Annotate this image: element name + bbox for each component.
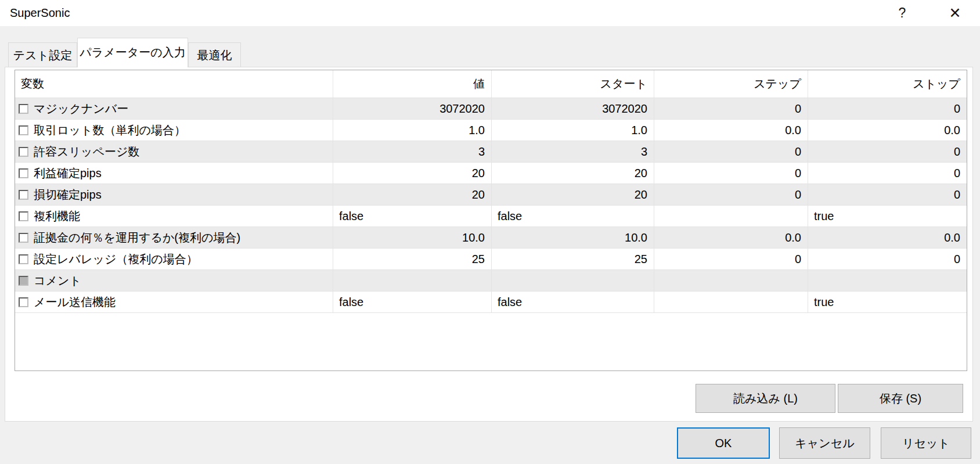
optimize-checkbox[interactable]: [19, 104, 28, 114]
column-header-variable[interactable]: 変数: [15, 70, 333, 98]
variable-cell: 許容スリッページ数: [15, 141, 333, 162]
variable-cell: 証拠金の何％を運用するか(複利の場合): [15, 227, 333, 248]
step-cell[interactable]: 0: [654, 98, 808, 119]
optimize-checkbox[interactable]: [19, 190, 28, 200]
stop-cell[interactable]: 0: [808, 141, 967, 162]
variable-label: 証拠金の何％を運用するか(複利の場合): [34, 227, 240, 248]
tab-test-settings[interactable]: テスト設定: [8, 42, 77, 67]
title-bar: SuperSonic ? ✕: [0, 0, 980, 26]
tab-optimization[interactable]: 最適化: [188, 42, 241, 67]
step-cell[interactable]: 0: [654, 141, 808, 162]
start-cell[interactable]: 10.0: [491, 227, 654, 248]
variable-cell: 取引ロット数（単利の場合）: [15, 120, 333, 141]
optimize-checkbox[interactable]: [19, 254, 28, 264]
variable-label: コメント: [34, 270, 81, 291]
start-cell[interactable]: false: [491, 206, 654, 226]
ok-button[interactable]: OK: [677, 427, 770, 459]
step-cell[interactable]: 0: [654, 184, 808, 205]
value-cell[interactable]: 20: [333, 184, 491, 205]
table-row[interactable]: 利益確定pips202000: [15, 163, 967, 184]
step-cell[interactable]: 0.0: [654, 227, 808, 248]
value-cell[interactable]: false: [333, 206, 491, 226]
stop-cell[interactable]: 0: [808, 98, 967, 119]
help-icon[interactable]: ?: [885, 0, 920, 26]
start-cell[interactable]: false: [491, 292, 654, 312]
table-row[interactable]: 損切確定pips202000: [15, 184, 967, 206]
optimize-checkbox[interactable]: [19, 276, 28, 286]
cancel-button[interactable]: キャンセル: [779, 427, 870, 459]
optimize-checkbox[interactable]: [19, 233, 28, 243]
load-button[interactable]: 読み込み (L): [696, 384, 835, 413]
variable-cell: コメント: [15, 270, 333, 291]
variable-label: 取引ロット数（単利の場合）: [34, 120, 186, 141]
optimize-checkbox[interactable]: [19, 168, 28, 178]
value-cell[interactable]: 3072020: [333, 98, 491, 119]
start-cell[interactable]: 20: [491, 163, 654, 184]
stop-cell[interactable]: 0.0: [808, 120, 967, 141]
close-icon[interactable]: ✕: [938, 0, 972, 26]
start-cell[interactable]: 3072020: [491, 98, 654, 119]
table-header-row: 変数 値 スタート ステップ ストップ: [15, 70, 967, 98]
table-row[interactable]: 設定レバレッジ（複利の場合）252500: [15, 249, 967, 270]
stop-cell[interactable]: 0: [808, 163, 967, 184]
variable-cell: メール送信機能: [15, 292, 333, 312]
optimize-checkbox[interactable]: [19, 147, 28, 157]
value-cell[interactable]: 10.0: [333, 227, 491, 248]
stop-cell[interactable]: true: [808, 206, 967, 226]
table-row[interactable]: 複利機能falsefalsetrue: [15, 206, 967, 227]
table-row[interactable]: メール送信機能falsefalsetrue: [15, 292, 967, 313]
optimize-checkbox[interactable]: [19, 297, 28, 307]
step-cell[interactable]: [654, 270, 808, 291]
variable-cell: 損切確定pips: [15, 184, 333, 205]
table-row[interactable]: 証拠金の何％を運用するか(複利の場合)10.010.00.00.0: [15, 227, 967, 249]
tab-parameter-input[interactable]: パラメーターの入力: [77, 38, 188, 67]
table-row[interactable]: コメント: [15, 270, 967, 292]
variable-cell: 利益確定pips: [15, 163, 333, 184]
expert-properties-dialog: SuperSonic ? ✕ テスト設定 パラメーターの入力 最適化 変数 値 …: [0, 0, 980, 464]
column-header-stop[interactable]: ストップ: [808, 70, 967, 98]
variable-cell: 複利機能: [15, 206, 333, 226]
variable-label: 許容スリッページ数: [34, 141, 139, 162]
reset-button[interactable]: リセット: [881, 427, 971, 459]
stop-cell[interactable]: 0: [808, 184, 967, 205]
step-cell[interactable]: 0: [654, 163, 808, 184]
stop-cell[interactable]: [808, 270, 967, 291]
table-row[interactable]: 許容スリッページ数3300: [15, 141, 967, 163]
variable-label: 利益確定pips: [34, 163, 102, 184]
column-header-step[interactable]: ステップ: [654, 70, 808, 98]
value-cell[interactable]: 20: [333, 163, 491, 184]
variable-cell: マジックナンバー: [15, 98, 333, 119]
step-cell[interactable]: [654, 206, 808, 226]
step-cell[interactable]: 0.0: [654, 120, 808, 141]
variable-label: 設定レバレッジ（複利の場合）: [34, 249, 198, 269]
save-button[interactable]: 保存 (S): [838, 384, 963, 413]
variable-label: マジックナンバー: [34, 98, 128, 119]
value-cell[interactable]: false: [333, 292, 491, 312]
step-cell[interactable]: [654, 292, 808, 312]
stop-cell[interactable]: 0.0: [808, 227, 967, 248]
start-cell[interactable]: 3: [491, 141, 654, 162]
value-cell[interactable]: 1.0: [333, 120, 491, 141]
start-cell[interactable]: 1.0: [491, 120, 654, 141]
stop-cell[interactable]: 0: [808, 249, 967, 269]
variable-label: 複利機能: [34, 206, 80, 226]
start-cell[interactable]: [491, 270, 654, 291]
value-cell[interactable]: [333, 270, 491, 291]
step-cell[interactable]: 0: [654, 249, 808, 269]
table-row[interactable]: マジックナンバー3072020307202000: [15, 98, 967, 120]
column-header-start[interactable]: スタート: [491, 70, 654, 98]
start-cell[interactable]: 20: [491, 184, 654, 205]
start-cell[interactable]: 25: [491, 249, 654, 269]
value-cell[interactable]: 3: [333, 141, 491, 162]
stop-cell[interactable]: true: [808, 292, 967, 312]
column-header-value[interactable]: 値: [333, 70, 491, 98]
optimize-checkbox[interactable]: [19, 125, 28, 135]
window-title: SuperSonic: [10, 0, 70, 26]
parameters-table: 変数 値 スタート ステップ ストップ マジックナンバー307202030720…: [15, 70, 967, 371]
optimize-checkbox[interactable]: [19, 211, 28, 221]
value-cell[interactable]: 25: [333, 249, 491, 269]
variable-cell: 設定レバレッジ（複利の場合）: [15, 249, 333, 269]
variable-label: メール送信機能: [34, 292, 116, 312]
table-row[interactable]: 取引ロット数（単利の場合）1.01.00.00.0: [15, 120, 967, 141]
parameter-tab-page: 変数 値 スタート ステップ ストップ マジックナンバー307202030720…: [5, 67, 973, 422]
